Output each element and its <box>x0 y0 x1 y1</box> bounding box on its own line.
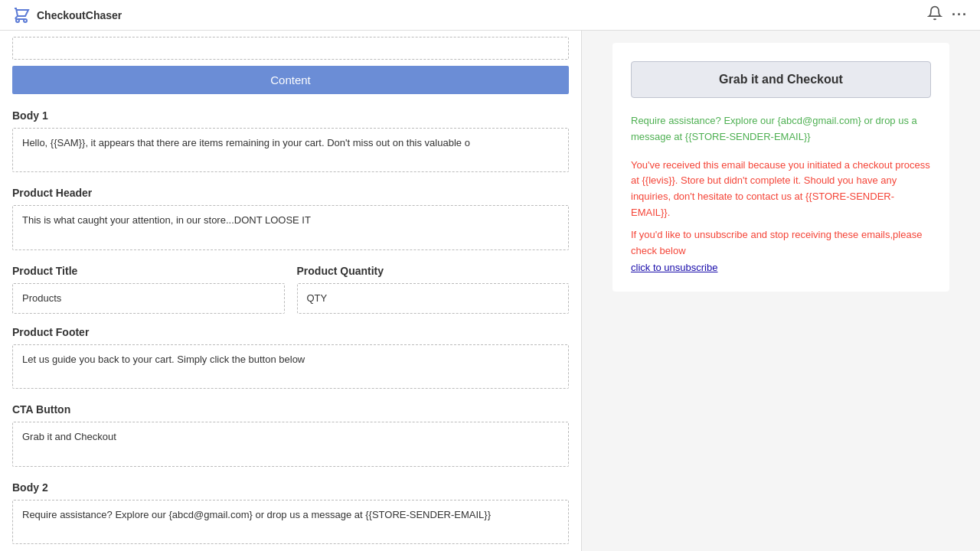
cta-button-input[interactable] <box>12 422 569 466</box>
body2-section: Body 2 <box>0 472 581 549</box>
preview-footer2-text: You've received this email because you i… <box>631 158 931 221</box>
product-quantity-input[interactable] <box>297 283 570 314</box>
notification-icon[interactable] <box>927 5 942 24</box>
product-header-input[interactable] <box>12 205 569 249</box>
product-header-section: Product Header <box>0 178 581 255</box>
product-header-label: Product Header <box>12 187 569 199</box>
more-options-icon[interactable]: ··· <box>952 7 968 23</box>
preview-card: Grab it and Checkout Require assistance?… <box>612 43 949 292</box>
product-footer-section: Product Footer <box>0 317 581 394</box>
brand: CheckoutChaser <box>12 6 122 24</box>
preview-cta-button-label: Grab it and Checkout <box>719 73 843 86</box>
product-title-input[interactable] <box>12 283 285 314</box>
top-placeholder-area <box>12 37 569 60</box>
preview-footer2-content: You've received this email because you i… <box>631 159 930 218</box>
product-quantity-label: Product Quantity <box>297 265 570 277</box>
cta-button-label: CTA Button <box>12 403 569 416</box>
product-quantity-col: Product Quantity <box>297 265 570 314</box>
product-footer-label: Product Footer <box>12 326 569 338</box>
body2-label: Body 2 <box>12 481 569 494</box>
body1-input[interactable] <box>12 128 569 172</box>
preview-unsubscribe-link-text: click to unsubscribe <box>631 262 717 273</box>
cta-button-section: CTA Button <box>0 394 581 471</box>
navbar-actions: ··· <box>927 5 968 24</box>
preview-unsubscribe-intro: If you'd like to unsubscribe and stop re… <box>631 229 922 256</box>
product-title-label: Product Title <box>12 265 285 277</box>
preview-body2-text: Require assistance? Explore our {abcd@gm… <box>631 113 931 145</box>
preview-cta-button[interactable]: Grab it and Checkout <box>631 61 931 98</box>
body1-section: Body 1 <box>0 100 581 178</box>
body2-input[interactable] <box>12 500 569 544</box>
product-title-qty-row: Product Title Product Quantity <box>0 256 581 317</box>
preview-unsubscribe-text: If you'd like to unsubscribe and stop re… <box>631 227 931 259</box>
preview-panel: Grab it and Checkout Require assistance?… <box>582 31 980 551</box>
body1-label: Body 1 <box>12 109 569 122</box>
brand-icon <box>12 6 31 24</box>
editor-panel: Content Body 1 Product Header Product Ti… <box>0 31 582 551</box>
product-footer-input[interactable] <box>12 344 569 389</box>
preview-unsubscribe-link[interactable]: click to unsubscribe <box>631 262 931 273</box>
product-title-col: Product Title <box>12 265 285 314</box>
content-header-bar: Content <box>12 66 569 94</box>
brand-name: CheckoutChaser <box>37 9 122 21</box>
content-header-label: Content <box>270 73 311 86</box>
navbar: CheckoutChaser ··· <box>0 0 980 31</box>
preview-body2-content: Require assistance? Explore our {abcd@gm… <box>631 115 917 142</box>
main-layout: Content Body 1 Product Header Product Ti… <box>0 31 980 551</box>
